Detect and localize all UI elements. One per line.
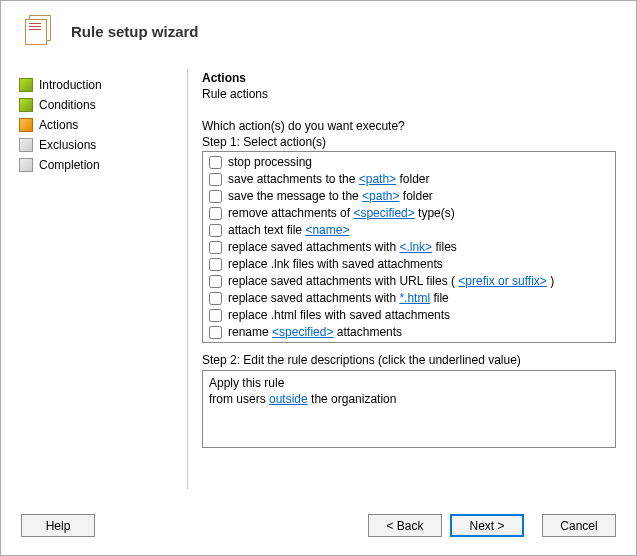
sidebar-item-label: Introduction xyxy=(39,78,102,92)
action-label: save attachments to the <path> folder xyxy=(228,172,429,187)
sidebar-item-label: Conditions xyxy=(39,98,96,112)
action-checkbox[interactable] xyxy=(209,241,222,254)
action-row[interactable]: save attachments to the <path> folder xyxy=(207,171,611,188)
action-text-fragment: save the message to the xyxy=(228,189,362,203)
action-checkbox[interactable] xyxy=(209,292,222,305)
action-text-fragment: attach text file xyxy=(228,223,305,237)
sidebar-item-label: Completion xyxy=(39,158,100,172)
action-checkbox[interactable] xyxy=(209,190,222,203)
action-text-fragment: of the subject xyxy=(514,342,589,343)
back-button[interactable]: < Back xyxy=(368,514,442,537)
action-checkbox[interactable] xyxy=(209,173,222,186)
action-row[interactable]: rename <specified> attachments xyxy=(207,324,611,341)
action-row[interactable]: replace saved attachments with *.html fi… xyxy=(207,290,611,307)
description-text: the organization xyxy=(308,392,397,406)
action-text-fragment: replace saved attachments with xyxy=(228,291,399,305)
action-label: replace saved attachments with <.lnk> fi… xyxy=(228,240,457,255)
action-text-fragment: replace .lnk files with saved attachment… xyxy=(228,257,443,271)
step-status-icon xyxy=(19,98,33,112)
action-param-link[interactable]: <specified> xyxy=(353,206,414,220)
action-row[interactable]: replace saved attachments with URL files… xyxy=(207,273,611,290)
rule-pages-icon xyxy=(21,15,53,47)
action-param-link[interactable]: <specified> xyxy=(272,325,333,339)
step-status-icon xyxy=(19,158,33,172)
step-status-icon xyxy=(19,138,33,152)
action-param-link[interactable]: <.lnk> xyxy=(399,240,432,254)
action-param-link[interactable]: <specified string at the beginning or at… xyxy=(261,342,515,343)
action-label: replace saved attachments with URL files… xyxy=(228,274,554,289)
action-text-fragment: file xyxy=(430,291,449,305)
action-label: remove attachments of <specified> type(s… xyxy=(228,206,455,221)
action-label: replace .html files with saved attachmen… xyxy=(228,308,450,323)
section-subtitle: Rule actions xyxy=(202,87,616,101)
action-text-fragment: type(s) xyxy=(415,206,455,220)
cancel-button[interactable]: Cancel xyxy=(542,514,616,537)
action-row[interactable]: replace .html files with saved attachmen… xyxy=(207,307,611,324)
actions-listbox[interactable]: stop processingsave attachments to the <… xyxy=(202,151,616,343)
sidebar-item-actions[interactable]: Actions xyxy=(17,115,177,135)
action-text-fragment: replace saved attachments with xyxy=(228,240,399,254)
action-param-link[interactable]: <name> xyxy=(305,223,349,237)
action-text-fragment: files xyxy=(432,240,457,254)
action-text-fragment: save attachments to the xyxy=(228,172,359,186)
wizard-steps-sidebar: IntroductionConditionsActionsExclusionsC… xyxy=(1,55,187,503)
action-row[interactable]: save the message to the <path> folder xyxy=(207,188,611,205)
step1-label: Step 1: Select action(s) xyxy=(202,135,616,149)
step-status-icon xyxy=(19,78,33,92)
action-label: insert <specified string at the beginnin… xyxy=(228,342,589,343)
footer: Help < Back Next > Cancel xyxy=(1,503,636,555)
action-row[interactable]: attach text file <name> xyxy=(207,222,611,239)
header-title: Rule setup wizard xyxy=(71,23,199,40)
action-text-fragment: insert xyxy=(228,342,261,343)
action-checkbox[interactable] xyxy=(209,309,222,322)
sidebar-item-completion[interactable]: Completion xyxy=(17,155,177,175)
body: IntroductionConditionsActionsExclusionsC… xyxy=(1,55,636,503)
action-text-fragment: ) xyxy=(547,274,554,288)
action-label: save the message to the <path> folder xyxy=(228,189,433,204)
action-text-fragment: rename xyxy=(228,325,272,339)
sidebar-item-conditions[interactable]: Conditions xyxy=(17,95,177,115)
sidebar-item-label: Exclusions xyxy=(39,138,96,152)
action-param-link[interactable]: <prefix or suffix> xyxy=(458,274,547,288)
description-text: from users xyxy=(209,392,269,406)
next-button[interactable]: Next > xyxy=(450,514,524,537)
action-row[interactable]: insert <specified string at the beginnin… xyxy=(207,341,611,343)
sidebar-item-introduction[interactable]: Introduction xyxy=(17,75,177,95)
help-button[interactable]: Help xyxy=(21,514,95,537)
action-param-link[interactable]: <path> xyxy=(362,189,399,203)
action-param-link[interactable]: <path> xyxy=(359,172,396,186)
action-label: replace .lnk files with saved attachment… xyxy=(228,257,443,272)
description-line: Apply this rule xyxy=(209,375,609,391)
action-text-fragment: replace saved attachments with URL files… xyxy=(228,274,458,288)
prompt-text: Which action(s) do you want execute? xyxy=(202,119,616,133)
action-row[interactable]: replace saved attachments with <.lnk> fi… xyxy=(207,239,611,256)
rule-wizard-window: Rule setup wizard IntroductionConditions… xyxy=(0,0,637,556)
rule-description-box[interactable]: Apply this rule from users outside the o… xyxy=(202,370,616,448)
step2-label: Step 2: Edit the rule descriptions (clic… xyxy=(202,353,616,367)
step-status-icon xyxy=(19,118,33,132)
action-checkbox[interactable] xyxy=(209,156,222,169)
sidebar-item-exclusions[interactable]: Exclusions xyxy=(17,135,177,155)
sidebar-item-label: Actions xyxy=(39,118,78,132)
action-param-link[interactable]: *.html xyxy=(399,291,430,305)
action-checkbox[interactable] xyxy=(209,224,222,237)
action-label: attach text file <name> xyxy=(228,223,349,238)
action-text-fragment: replace .html files with saved attachmen… xyxy=(228,308,450,322)
action-checkbox[interactable] xyxy=(209,326,222,339)
description-link-outside[interactable]: outside xyxy=(269,392,308,406)
action-text-fragment: folder xyxy=(399,189,432,203)
header: Rule setup wizard xyxy=(1,1,636,55)
action-row[interactable]: stop processing xyxy=(207,154,611,171)
action-checkbox[interactable] xyxy=(209,275,222,288)
action-text-fragment: stop processing xyxy=(228,155,312,169)
description-line: from users outside the organization xyxy=(209,391,609,407)
action-checkbox[interactable] xyxy=(209,207,222,220)
main-panel: Actions Rule actions Which action(s) do … xyxy=(188,55,636,503)
action-label: replace saved attachments with *.html fi… xyxy=(228,291,449,306)
action-row[interactable]: remove attachments of <specified> type(s… xyxy=(207,205,611,222)
action-row[interactable]: replace .lnk files with saved attachment… xyxy=(207,256,611,273)
action-text-fragment: attachments xyxy=(333,325,402,339)
action-checkbox[interactable] xyxy=(209,258,222,271)
action-text-fragment: folder xyxy=(396,172,429,186)
action-text-fragment: remove attachments of xyxy=(228,206,353,220)
